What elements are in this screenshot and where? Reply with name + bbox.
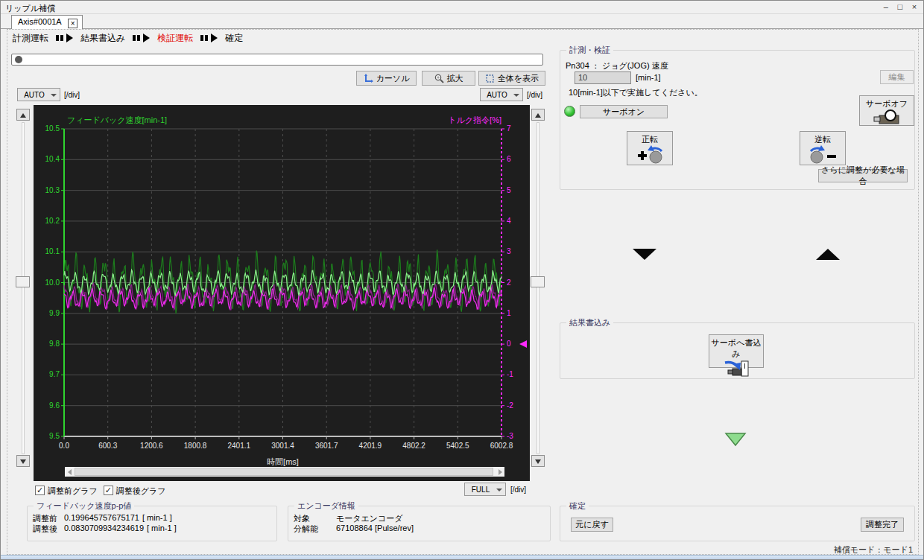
svg-text:10.2: 10.2 [45, 217, 60, 225]
svg-text:9.9: 9.9 [49, 309, 60, 317]
reverse-run-button[interactable]: 逆転 [800, 131, 846, 165]
svg-text:0.0: 0.0 [59, 442, 69, 450]
progress-indicator-dot [15, 56, 22, 63]
svg-text:1: 1 [507, 309, 511, 317]
cursor-button[interactable]: カーソル [356, 71, 417, 86]
right-scale-unit: [/div] [527, 91, 542, 99]
fit-view-icon [485, 74, 495, 83]
cursor-axes-icon [364, 74, 373, 83]
ripple-compensation-window: リップル補償 – □ × Axis#0001A × 計測運転 結果書込み 検証運… [0, 0, 924, 560]
scroll-left-icon[interactable] [65, 467, 75, 477]
tab-label: Axis#0001A [18, 17, 61, 26]
svg-text:トルク指令[%]: トルク指令[%] [448, 115, 501, 124]
tab-close-icon[interactable]: × [68, 19, 77, 28]
encoder-info-title: エンコーダ情報 [294, 500, 358, 512]
chart-canvas: 10.510.410.310.210.110.09.99.89.79.69.57… [34, 105, 530, 481]
svg-text:0: 0 [507, 340, 511, 348]
window-bottom-edge [1, 555, 923, 560]
write-result-title: 結果書込み [566, 317, 613, 328]
reverse-rotation-icon [806, 145, 839, 165]
title-bar: リップル補償 – □ × [1, 1, 923, 14]
adjust-complete-button[interactable]: 調整完了 [861, 518, 904, 532]
servo-off-button[interactable]: サーボオフ [859, 95, 914, 126]
bottom-scale-dropdown[interactable]: FULL [464, 483, 506, 496]
post-graph-label: 調整後グラフ [116, 486, 166, 495]
svg-text:600.3: 600.3 [98, 442, 117, 450]
motor-icon [872, 109, 902, 124]
jog-speed-input[interactable]: 10 [575, 71, 631, 84]
slider-track[interactable] [22, 122, 25, 454]
slider-thumb[interactable] [531, 276, 545, 287]
slider-up-icon[interactable] [531, 109, 545, 121]
svg-text:1200.6: 1200.6 [140, 442, 163, 450]
svg-text:7: 7 [507, 124, 511, 133]
close-button[interactable]: × [908, 2, 920, 11]
step-arrow-icon [56, 34, 73, 42]
servo-on-button[interactable]: サーボオン [580, 105, 668, 118]
svg-text:9.5: 9.5 [49, 432, 60, 440]
pp-after-unit: [ min-1 ] [147, 524, 177, 532]
pp-before-value: 0.199645757675171 [64, 513, 139, 522]
pp-before-unit: [ min-1 ] [142, 513, 172, 522]
slider-track[interactable] [537, 122, 539, 454]
svg-text:-1: -1 [507, 370, 513, 378]
undo-button[interactable]: 元に戻す [571, 518, 613, 532]
tab-axis0001a[interactable]: Axis#0001A × [11, 15, 83, 29]
confirm-title: 確定 [566, 500, 589, 512]
encoder-info-group: エンコーダ情報 [288, 506, 551, 541]
svg-text:4201.9: 4201.9 [359, 442, 382, 450]
step-verify-run: 検証運転 [157, 32, 193, 45]
encoder-target-value: モータエンコーダ [336, 513, 403, 524]
encoder-target-label: 対象 [294, 513, 310, 524]
flow-down-arrow-icon [633, 249, 656, 260]
bottom-scale-unit: [/div] [510, 486, 526, 494]
slider-down-icon[interactable] [16, 455, 30, 467]
svg-text:10.4: 10.4 [45, 155, 60, 163]
svg-text:4: 4 [507, 217, 511, 225]
breadcrumb: 計測運転 結果書込み 検証運転 確定 [13, 32, 243, 44]
step-measure-run: 計測運転 [13, 32, 48, 45]
checkbox-pre-graph[interactable] [35, 486, 45, 495]
forward-run-button[interactable]: 正転 [627, 131, 673, 165]
left-scale-dropdown[interactable]: AUTO [17, 88, 60, 101]
chart-hscrollbar[interactable] [65, 467, 504, 477]
measure-verify-title: 計測・検証 [566, 45, 613, 56]
write-to-servo-icon [719, 360, 753, 378]
pn304-label: Pn304 ： ジョグ(JOG) 速度 [566, 60, 668, 71]
svg-text:5: 5 [507, 186, 511, 194]
svg-text:6002.8: 6002.8 [490, 442, 513, 450]
zoom-button[interactable]: 拡大 [422, 71, 475, 86]
jog-speed-unit: [min-1] [636, 73, 661, 82]
waveform-chart[interactable]: 10.510.410.310.210.110.09.99.89.79.69.57… [34, 105, 530, 481]
scroll-right-icon[interactable] [495, 467, 504, 477]
flow-up-arrow-icon [816, 249, 840, 260]
pp-value-title: フィードバック速度p-p値 [34, 500, 134, 512]
svg-text:9.8: 9.8 [49, 340, 60, 348]
svg-text:9.7: 9.7 [49, 370, 60, 378]
svg-text:フィードバック速度[min-1]: フィードバック速度[min-1] [67, 115, 167, 124]
checkbox-post-graph[interactable] [104, 486, 113, 495]
hscroll-thumb[interactable] [75, 468, 493, 476]
svg-text:3001.4: 3001.4 [271, 442, 294, 450]
slider-up-icon[interactable] [16, 109, 30, 121]
pre-graph-label: 調整前グラフ [48, 486, 98, 495]
write-to-servo-button[interactable]: サーボへ書込み [709, 334, 764, 368]
further-adjust-button[interactable]: さらに調整が必要な場合 [818, 169, 908, 182]
svg-text:4802.2: 4802.2 [402, 442, 425, 450]
svg-text:10.3: 10.3 [45, 186, 60, 194]
right-scale-dropdown[interactable]: AUTO [480, 88, 523, 101]
show-all-button[interactable]: 全体を表示 [478, 71, 545, 86]
flow-green-arrow-icon [724, 432, 747, 447]
svg-text:-3: -3 [507, 432, 513, 440]
step-confirm: 確定 [225, 32, 243, 45]
servo-status-led [564, 106, 575, 117]
minimize-button[interactable]: – [880, 2, 892, 11]
progress-bar [11, 54, 543, 66]
svg-text:2401.1: 2401.1 [228, 442, 251, 450]
edit-button[interactable]: 編集 [880, 70, 914, 84]
slider-down-icon[interactable] [531, 455, 545, 467]
maximize-button[interactable]: □ [894, 2, 906, 11]
slider-thumb[interactable] [16, 276, 30, 287]
encoder-resolution-value: 67108864 [Pulse/rev] [336, 524, 414, 532]
tab-strip: Axis#0001A × [1, 15, 923, 29]
